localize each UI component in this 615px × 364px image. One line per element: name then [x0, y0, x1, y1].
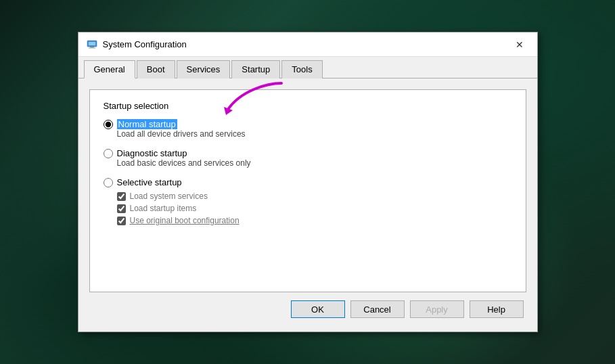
dialog-title: System Configuration — [103, 39, 187, 49]
content-area: Startup selection Normal startup Load al… — [89, 89, 526, 292]
tab-tools[interactable]: Tools — [281, 60, 322, 78]
tab-general[interactable]: General — [84, 60, 135, 78]
dialog-body: Startup selection Normal startup Load al… — [78, 78, 537, 332]
radio-group: Normal startup Load all device drivers a… — [104, 119, 512, 228]
tab-startup[interactable]: Startup — [231, 60, 280, 78]
normal-startup-row[interactable]: Normal startup — [104, 119, 512, 129]
diagnostic-startup-radio[interactable] — [104, 149, 113, 158]
diagnostic-startup-option: Diagnostic startup Load basic devices an… — [104, 148, 512, 175]
selective-startup-label: Selective startup — [117, 177, 182, 187]
selective-startup-option: Selective startup Load system services L… — [104, 177, 512, 225]
svg-rect-2 — [90, 47, 94, 48]
ok-button[interactable]: OK — [291, 300, 345, 318]
normal-startup-radio[interactable] — [104, 120, 113, 129]
system-configuration-dialog: System Configuration ✕ General Boot Serv… — [78, 32, 538, 332]
diagnostic-startup-row[interactable]: Diagnostic startup — [104, 148, 512, 158]
diagnostic-startup-desc: Load basic devices and services only — [117, 158, 512, 168]
load-system-services-label: Load system services — [130, 191, 208, 201]
normal-startup-highlight: Normal startup — [117, 119, 177, 129]
diagnostic-startup-label: Diagnostic startup — [117, 148, 187, 158]
use-original-boot-checkbox[interactable] — [117, 217, 126, 225]
use-original-boot-row[interactable]: Use original boot configuration — [117, 216, 512, 225]
apply-button[interactable]: Apply — [410, 300, 464, 318]
load-system-services-checkbox[interactable] — [117, 192, 126, 201]
close-button[interactable]: ✕ — [510, 38, 529, 51]
normal-startup-label: Normal startup — [117, 119, 177, 129]
selective-startup-row[interactable]: Selective startup — [104, 177, 512, 187]
normal-startup-desc: Load all device drivers and services — [117, 129, 512, 139]
load-startup-items-checkbox[interactable] — [117, 204, 126, 213]
button-bar: OK Cancel Apply Help — [89, 300, 526, 321]
tab-bar: General Boot Services Startup Tools — [78, 57, 537, 78]
tab-boot[interactable]: Boot — [137, 60, 175, 78]
svg-rect-1 — [89, 42, 95, 45]
load-system-services-row[interactable]: Load system services — [117, 191, 512, 201]
normal-startup-option: Normal startup Load all device drivers a… — [104, 119, 512, 145]
title-bar: System Configuration ✕ — [78, 32, 537, 57]
selective-options: Load system services Load startup items … — [117, 191, 512, 225]
selective-startup-radio[interactable] — [104, 178, 113, 187]
use-original-boot-underline: Use original boot configuration — [130, 216, 240, 225]
section-label: Startup selection — [104, 101, 512, 111]
computer-icon — [87, 39, 97, 50]
cancel-button[interactable]: Cancel — [350, 300, 405, 318]
title-bar-left: System Configuration — [87, 39, 187, 50]
load-startup-items-label: Load startup items — [130, 204, 197, 213]
use-original-boot-label: Use original boot configuration — [130, 216, 240, 225]
tab-services[interactable]: Services — [177, 60, 231, 78]
help-button[interactable]: Help — [470, 300, 524, 318]
load-startup-items-row[interactable]: Load startup items — [117, 204, 512, 213]
svg-rect-3 — [89, 47, 95, 48]
